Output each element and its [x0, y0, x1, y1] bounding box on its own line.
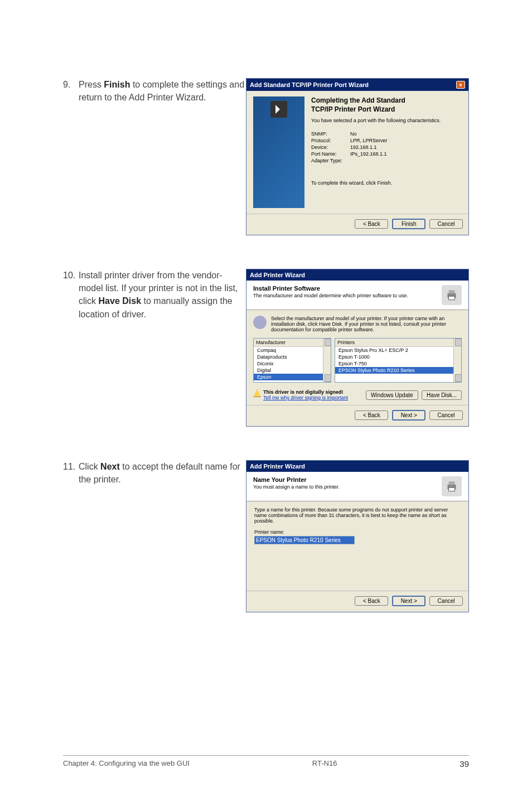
label: SNMP:	[311, 131, 350, 137]
cancel-button[interactable]: Cancel	[429, 596, 463, 606]
back-button[interactable]: < Back	[355, 410, 388, 420]
close-icon[interactable]: ×	[456, 81, 465, 89]
label: Protocol:	[311, 138, 350, 143]
wizard-subtext: You must assign a name to this printer.	[253, 484, 340, 490]
list-item[interactable]: Epson	[254, 374, 331, 380]
dialog-titlebar: Add Printer Wizard	[246, 269, 468, 281]
label: Port Name:	[311, 151, 350, 157]
wizard-subtext: The manufacturer and model determine whi…	[253, 293, 408, 298]
list-item[interactable]: Epson T-1000	[335, 354, 461, 360]
wizard-subtext: You have selected a port with the follow…	[311, 118, 441, 123]
dialog-title: Add Printer Wizard	[250, 272, 305, 278]
step-num: 11.	[63, 460, 79, 486]
tcpip-wizard-dialog: Add Standard TCP/IP Printer Port Wizard …	[246, 78, 469, 235]
list-item[interactable]: Compaq	[254, 347, 331, 354]
column-header: Manufacturer	[254, 339, 331, 347]
value: No	[350, 131, 357, 137]
wizard-heading: Install Printer Software	[253, 285, 408, 292]
add-printer-wizard-dialog: Add Printer Wizard Install Printer Softw…	[246, 269, 469, 427]
next-button[interactable]: Next >	[392, 596, 425, 606]
value: LPR, LPRServer	[350, 138, 388, 143]
svg-rect-4	[449, 481, 455, 484]
step-text: Click Next to accept the default name fo…	[79, 460, 246, 486]
svg-rect-2	[449, 296, 455, 300]
cancel-button[interactable]: Cancel	[429, 219, 463, 229]
windows-update-button[interactable]: Windows Update	[366, 390, 418, 400]
have-disk-button[interactable]: Have Disk...	[422, 390, 462, 400]
scrollbar[interactable]	[453, 339, 461, 382]
printers-list[interactable]: Printers Epson Stylus Pro XL+ ESC/P 2 Ep…	[335, 338, 462, 383]
step-text: Press Finish to complete the settings an…	[79, 78, 246, 104]
column-header: Printers	[335, 339, 461, 347]
svg-rect-5	[449, 487, 455, 491]
list-item[interactable]: Diconix	[254, 360, 331, 367]
info-text: Select the manufacturer and model of you…	[271, 316, 462, 332]
finish-note: To complete this wizard, click Finish.	[311, 180, 441, 186]
disk-icon	[253, 316, 267, 329]
page-footer: Chapter 4: Configuring via the web GUI R…	[63, 755, 469, 769]
label: Adapter Type:	[311, 158, 350, 163]
list-item[interactable]: Epson Stylus Pro XL+ ESC/P 2	[335, 347, 461, 354]
svg-rect-1	[449, 290, 455, 293]
value: 192.168.1.1	[350, 144, 377, 150]
back-button[interactable]: < Back	[355, 596, 388, 606]
info-text: Type a name for this printer. Because so…	[254, 507, 461, 524]
name-printer-dialog: Add Printer Wizard Name Your Printer You…	[246, 460, 469, 612]
list-item[interactable]: EPSON Stylus Photo R210 Series	[335, 367, 461, 374]
label: Device:	[311, 144, 350, 150]
step-num: 10.	[63, 269, 79, 321]
back-button[interactable]: < Back	[355, 219, 388, 229]
list-item[interactable]: Epson T-750	[335, 360, 461, 367]
list-item[interactable]: Digital	[254, 367, 331, 374]
wizard-heading: TCP/IP Printer Port Wizard	[311, 105, 441, 113]
finish-button[interactable]: Finish	[392, 219, 425, 229]
page-number: 39	[460, 759, 469, 769]
step-num: 9.	[63, 78, 79, 104]
signing-link[interactable]: Tell me why driver signing is important	[263, 395, 348, 400]
flag-icon	[270, 101, 287, 118]
printer-name-input[interactable]: EPSON Stylus Photo R210 Series	[254, 536, 355, 544]
manufacturer-list[interactable]: Manufacturer Compaq Dataproducts Diconix…	[253, 338, 331, 383]
dialog-titlebar: Add Printer Wizard	[246, 461, 468, 472]
footer-model: RT-N16	[312, 759, 337, 769]
scrollbar[interactable]	[323, 339, 331, 382]
warning-icon	[253, 389, 261, 397]
cancel-button[interactable]: Cancel	[429, 410, 463, 420]
dialog-titlebar: Add Standard TCP/IP Printer Port Wizard …	[246, 79, 468, 91]
footer-chapter: Chapter 4: Configuring via the web GUI	[63, 759, 190, 769]
wizard-heading: Completing the Add Standard	[311, 96, 441, 104]
wizard-heading: Name Your Printer	[253, 476, 340, 483]
value: IPs_192.168.1.1	[350, 151, 387, 157]
wizard-side-graphic	[253, 96, 304, 208]
dialog-title: Add Printer Wizard	[250, 463, 305, 470]
dialog-title: Add Standard TCP/IP Printer Port Wizard	[250, 81, 369, 88]
printer-icon	[442, 476, 462, 496]
list-item[interactable]: Dataproducts	[254, 354, 331, 360]
next-button[interactable]: Next >	[392, 410, 425, 421]
step-text: Install printer driver from the vendor-m…	[79, 269, 246, 321]
warning-text: This driver is not digitally signed!	[263, 389, 344, 395]
printer-name-label: Printer name:	[254, 529, 461, 535]
printer-icon	[442, 285, 462, 305]
